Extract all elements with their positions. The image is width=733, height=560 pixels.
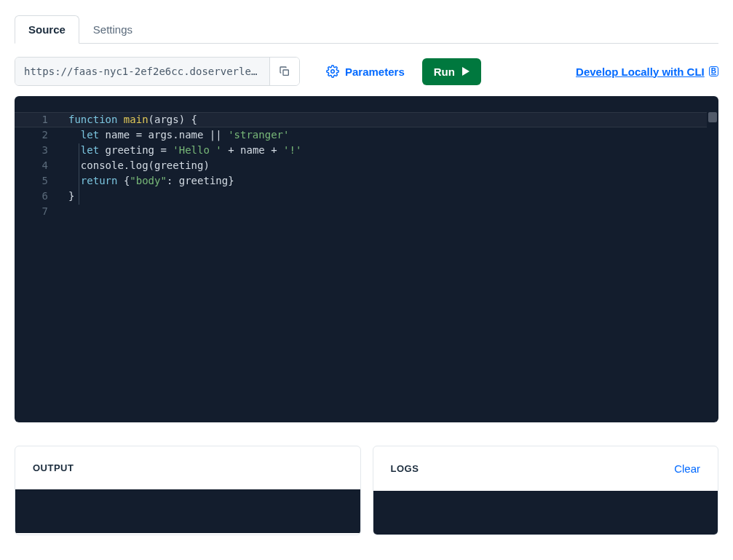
logs-panel: LOGS Clear xyxy=(373,446,719,535)
develop-locally-cli-link[interactable]: Develop Locally with CLI B xyxy=(576,66,718,78)
code-content[interactable]: function main(args) { let name = args.na… xyxy=(58,112,718,422)
tabs-bar: Source Settings xyxy=(15,15,718,44)
code-line[interactable]: console.log(greeting) xyxy=(58,158,718,173)
line-number-gutter: 1234567 xyxy=(15,112,58,422)
line-number: 7 xyxy=(15,204,48,219)
parameters-button[interactable]: Parameters xyxy=(317,59,413,84)
line-number: 2 xyxy=(15,127,48,143)
code-line[interactable] xyxy=(58,204,718,219)
external-badge-icon: B xyxy=(709,66,718,76)
output-panel-title: OUTPUT xyxy=(33,462,74,473)
code-line[interactable]: let name = args.name || 'stranger' xyxy=(58,127,718,143)
tab-source[interactable]: Source xyxy=(15,15,79,44)
svg-rect-0 xyxy=(283,70,288,75)
code-line[interactable]: } xyxy=(58,189,718,204)
output-panel-body xyxy=(15,489,360,533)
line-number: 3 xyxy=(15,143,48,158)
output-panels: OUTPUT LOGS Clear xyxy=(15,446,718,535)
clear-logs-button[interactable]: Clear xyxy=(674,462,700,475)
line-number: 5 xyxy=(15,173,48,189)
code-line[interactable]: return {"body": greeting} xyxy=(58,173,718,189)
code-editor[interactable]: 1234567 function main(args) { let name =… xyxy=(15,96,718,422)
tab-settings[interactable]: Settings xyxy=(79,15,146,44)
run-button[interactable]: Run xyxy=(422,58,481,85)
svg-point-1 xyxy=(331,70,335,74)
parameters-label: Parameters xyxy=(345,66,405,78)
logs-panel-title: LOGS xyxy=(391,463,419,474)
editor-scrollbar[interactable] xyxy=(708,112,717,403)
function-url-input[interactable] xyxy=(15,58,270,85)
svg-marker-2 xyxy=(462,67,469,76)
line-number: 4 xyxy=(15,158,48,173)
output-panel: OUTPUT xyxy=(15,446,361,535)
copy-url-button[interactable] xyxy=(270,58,299,85)
code-line[interactable]: function main(args) { xyxy=(58,112,718,127)
run-label: Run xyxy=(434,66,455,78)
toolbar: Parameters Run Develop Locally with CLI … xyxy=(0,44,733,96)
logs-panel-header: LOGS Clear xyxy=(373,446,718,491)
copy-icon xyxy=(279,66,290,77)
logs-panel-body xyxy=(373,491,718,535)
play-icon xyxy=(462,67,469,76)
output-panel-header: OUTPUT xyxy=(15,446,360,489)
gear-icon xyxy=(326,65,339,78)
url-group xyxy=(15,57,300,86)
line-number: 6 xyxy=(15,189,48,204)
line-number: 1 xyxy=(15,112,48,127)
code-line[interactable]: let greeting = 'Hello ' + name + '!' xyxy=(58,143,718,158)
cli-link-label: Develop Locally with CLI xyxy=(576,66,705,78)
editor-scrollbar-thumb[interactable] xyxy=(708,112,717,122)
